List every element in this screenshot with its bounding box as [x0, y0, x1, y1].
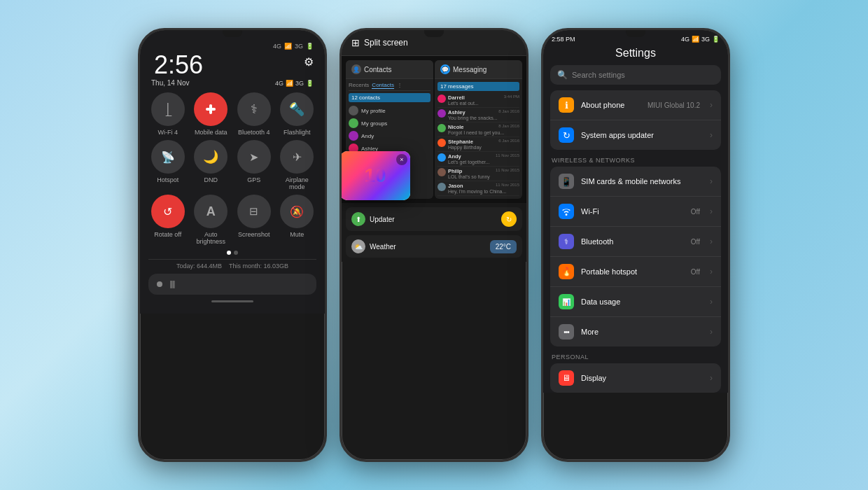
settings-search-bar[interactable]: 🔍 Search settings	[550, 65, 721, 85]
sim-cards-item[interactable]: 📱 SIM cards & mobile networks ›	[550, 167, 721, 197]
mute-tile[interactable]: 🔕 Mute	[278, 195, 317, 245]
wifi-settings-icon	[559, 204, 574, 219]
hotspot-tile[interactable]: 📡 Hotspot	[148, 140, 188, 190]
stephanie-time: 6 Jan 2016	[498, 139, 519, 145]
darrell-name: Darrell	[448, 94, 465, 101]
data-usage-label: Data usage	[581, 298, 703, 306]
wifi-tile-label: Wi-Fi 4	[158, 129, 178, 136]
msg-jason[interactable]: Jason 11 Nov 2015 Hey, I'm moving to Chi…	[438, 181, 519, 196]
wifi-settings-value: Off	[691, 208, 700, 216]
screenshot-label: Screenshot	[238, 231, 270, 238]
more-settings-icon: •••	[559, 324, 574, 340]
groups-label: My groups	[361, 120, 387, 127]
bluetooth-settings-value: Off	[691, 238, 700, 246]
contact-my-groups[interactable]: My groups	[349, 117, 430, 130]
contact-andy[interactable]: Andy	[349, 130, 430, 142]
msg-stephanie[interactable]: Stephanie 6 Jan 2016 Happy Birthday	[438, 137, 519, 152]
data-month: This month: 16.03GB	[229, 262, 288, 270]
date-text: Thu, 14 Nov	[151, 79, 189, 87]
split-header: ⊞ Split screen	[342, 30, 526, 56]
wifi-settings-item[interactable]: Wi-Fi Off ›	[550, 197, 721, 227]
msg-philip[interactable]: Philip 11 Nov 2015 LOL that's so funny	[438, 167, 519, 181]
miui-close-button[interactable]: ×	[396, 154, 407, 165]
wifi-settings-chevron: ›	[710, 206, 713, 216]
bluetooth-tile[interactable]: ⚕ Bluetooth 4	[234, 92, 274, 136]
flashlight-tile[interactable]: 🔦 Flashlight	[278, 92, 317, 136]
jason-msg-avatar	[438, 183, 446, 191]
hotspot-settings-item[interactable]: 🔥 Portable hotspot Off ›	[550, 257, 721, 287]
wifi-tile[interactable]: │̲̲ Wi-Fi 4	[148, 92, 188, 136]
wireless-section-label: WIRELESS & NETWORKS	[543, 154, 728, 165]
rotate-tile[interactable]: ↺ Rotate off	[148, 195, 188, 245]
contacts-header: 👤 Contacts	[346, 60, 433, 79]
sim-cards-chevron: ›	[710, 176, 713, 186]
bluetooth-settings-item[interactable]: ⚕ Bluetooth Off ›	[550, 227, 721, 257]
andy-msg-avatar	[438, 153, 446, 162]
bluetooth-tile-label: Bluetooth 4	[238, 129, 270, 136]
jason-msg-name: Jason	[448, 183, 463, 189]
sim-cards-label: SIM cards & mobile networks	[581, 177, 703, 186]
recents-tab[interactable]: Recents	[349, 82, 369, 89]
system-apps-label: System apps updater	[581, 131, 703, 139]
display-item[interactable]: 🖥 Display ›	[550, 363, 721, 393]
dot-2	[234, 251, 238, 255]
system-apps-item[interactable]: ↻ System apps updater ›	[550, 120, 721, 150]
about-phone-icon: ℹ	[559, 97, 574, 113]
options-tab[interactable]: ⋮	[397, 82, 402, 89]
msg-ashley[interactable]: Ashley 8 Jan 2016 You bring the snacks..…	[438, 108, 519, 122]
media-dot	[157, 281, 162, 287]
dnd-tile[interactable]: 🌙 DND	[192, 140, 231, 190]
rotate-label: Rotate off	[154, 231, 181, 238]
andy-avatar	[349, 131, 358, 141]
profile-avatar	[349, 106, 358, 115]
screenshot-tile[interactable]: ⊟ Screenshot	[234, 195, 274, 245]
mute-label: Mute	[290, 231, 304, 238]
contacts-tab[interactable]: Contacts	[372, 82, 394, 89]
miui-popup: 10 ×	[342, 151, 410, 200]
darrell-preview: Let's eat out...	[448, 101, 519, 106]
messaging-app: 💬 Messaging 17 messages Darrell 3:44 PM	[435, 60, 522, 199]
home-bar[interactable]	[211, 300, 253, 302]
jason-msg-time: 11 Nov 2015	[496, 183, 519, 189]
display-label: Display	[581, 374, 703, 382]
messaging-title: Messaging	[453, 66, 486, 74]
split-screen-label: Split screen	[364, 38, 408, 48]
mobile-data-tile[interactable]: Mobile data	[192, 92, 231, 136]
msg-darrell[interactable]: Darrell 3:44 PM Let's eat out...	[438, 93, 519, 108]
split-icon: ⊞	[351, 37, 360, 48]
brightness-tile[interactable]: A Auto brightness	[192, 195, 231, 245]
andy-label: Andy	[361, 133, 374, 139]
darrell-time: 3:44 PM	[504, 94, 519, 101]
contact-my-profile[interactable]: My profile	[349, 104, 430, 117]
settings-time: 2:58 PM	[552, 36, 575, 43]
updater-button[interactable]: ↻	[501, 211, 517, 227]
msg-andy[interactable]: Andy 11 Nov 2015 Let's get together...	[438, 152, 519, 167]
mute-icon: 🔕	[280, 195, 314, 228]
stephanie-avatar	[438, 139, 446, 147]
hotspot-settings-value: Off	[691, 268, 700, 276]
phone-2: ⊞ Split screen 👤 Contacts Recents Contac…	[340, 28, 528, 462]
wifi-status-icon: 📶	[286, 80, 293, 87]
updater-icon: ⬆	[351, 212, 365, 226]
data-usage-settings-item[interactable]: 📊 Data usage ›	[550, 287, 721, 317]
contacts-title: Contacts	[364, 66, 391, 74]
darrell-avatar	[438, 94, 446, 103]
gps-icon: ➤	[237, 140, 271, 174]
wifi-tile-icon: │̲̲	[151, 92, 185, 126]
gps-tile[interactable]: ➤ GPS	[234, 140, 274, 190]
msg-count: 17 messages	[438, 82, 519, 91]
msg-nicole[interactable]: Nicole 8 Jan 2016 Forgot I need to get y…	[438, 122, 519, 137]
more-settings-item[interactable]: ••• More ›	[550, 317, 721, 346]
groups-avatar	[349, 118, 358, 128]
airplane-tile[interactable]: ✈ Airplane mode	[278, 140, 317, 190]
search-placeholder-text: Search settings	[572, 71, 625, 79]
about-phone-item[interactable]: ℹ About phone MIUI Global 10.2 ›	[550, 90, 721, 120]
hotspot-icon: 📡	[151, 140, 185, 174]
media-player: ▐▌	[148, 274, 316, 295]
settings-battery-icon: 🔋	[712, 36, 720, 43]
philip-msg-avatar	[438, 168, 446, 176]
data-today: Today: 644.4MB	[176, 262, 222, 270]
settings-icon[interactable]: ⚙	[304, 55, 314, 69]
phone-1: 4G 📶 3G 🔋 2:56 ⚙ Thu, 14 Nov 4G 📶 3G 🔋	[138, 28, 327, 462]
nicole-avatar	[438, 124, 446, 132]
